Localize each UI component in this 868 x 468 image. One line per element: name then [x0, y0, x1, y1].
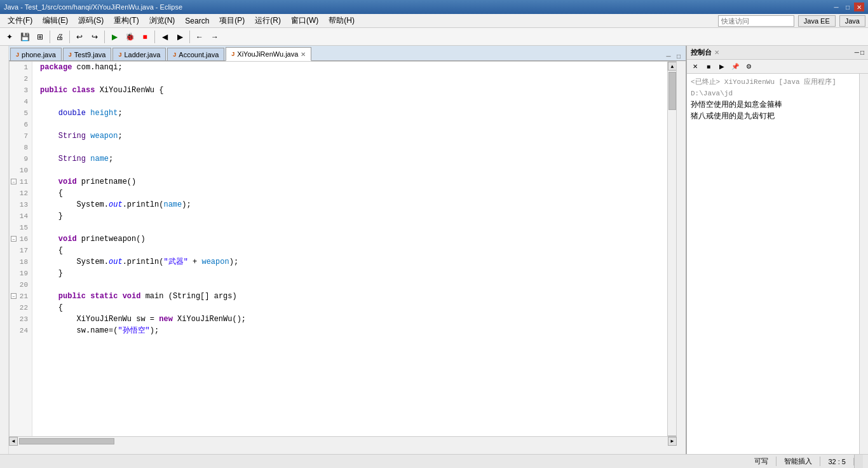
- tab-test9-java[interactable]: J Test9.java: [63, 48, 112, 60]
- menu-edit[interactable]: 编辑(E): [37, 14, 73, 27]
- line-num-4: 4: [10, 96, 32, 107]
- stop-button[interactable]: ■: [138, 30, 152, 44]
- code-line-21: public static void main (String[] args): [35, 291, 667, 302]
- line-num-21: 21–: [10, 291, 32, 302]
- prev-button[interactable]: ◀: [158, 30, 172, 44]
- scroll-up-arrow[interactable]: ▲: [668, 62, 677, 71]
- line-num-13: 13: [10, 199, 32, 210]
- back-button[interactable]: ←: [193, 30, 207, 44]
- print-button[interactable]: 🖨: [53, 30, 67, 44]
- maximize-editor-button[interactable]: □: [674, 52, 683, 60]
- console-relaunch-button[interactable]: ▶: [716, 61, 728, 72]
- tab-label: Ladder.java: [124, 51, 160, 59]
- toolbar-separator-5: [189, 31, 190, 43]
- tab-label: phone.java: [22, 51, 56, 59]
- window-title: Java - Test_1/src/com/hanqi/XiYouJiRenWu…: [4, 3, 182, 11]
- scroll-right-arrow[interactable]: ▶: [668, 437, 677, 446]
- menu-source[interactable]: 源码(S): [73, 14, 109, 27]
- menu-refactor[interactable]: 重构(T): [109, 14, 144, 27]
- undo-button[interactable]: ↩: [72, 30, 86, 44]
- line-num-16: 16–: [10, 233, 32, 245]
- status-writable: 可写: [747, 457, 776, 466]
- menu-browse[interactable]: 浏览(N): [144, 14, 180, 27]
- next-button[interactable]: ▶: [173, 30, 187, 44]
- console-scrollbar[interactable]: [859, 74, 868, 454]
- toolbar-separator-3: [104, 31, 105, 43]
- code-content[interactable]: package com.hanqi; public class XiYouJiR…: [32, 62, 667, 444]
- window-controls: ─ □ ✕: [831, 3, 864, 11]
- code-line-9: String name;: [35, 153, 667, 165]
- close-button[interactable]: ✕: [854, 3, 864, 11]
- status-cursor-position: 32 : 5: [820, 458, 854, 465]
- tab-ladder-java[interactable]: J Ladder.java: [112, 48, 166, 60]
- redo-button[interactable]: ↪: [88, 30, 102, 44]
- menu-help[interactable]: 帮助(H): [323, 14, 360, 27]
- tab-close-icon[interactable]: ✕: [301, 51, 306, 58]
- line-num-22: 22: [10, 302, 32, 313]
- maximize-button[interactable]: □: [843, 3, 853, 11]
- status-insert-mode: 智能插入: [776, 457, 820, 466]
- new-button[interactable]: ✦: [3, 30, 17, 44]
- tab-xiyou-java[interactable]: J XiYouJiRenWu.java ✕: [226, 47, 311, 61]
- scroll-thumb-v[interactable]: [668, 72, 676, 110]
- line-num-8: 8: [10, 142, 32, 153]
- java-ee-perspective-button[interactable]: Java EE: [798, 15, 836, 27]
- console-minimize[interactable]: ─: [855, 49, 859, 56]
- menu-run[interactable]: 运行(R): [250, 14, 286, 27]
- java-file-icon: J: [69, 52, 72, 58]
- quick-access-input[interactable]: [718, 15, 794, 27]
- code-line-5: double height;: [35, 107, 667, 119]
- menu-file[interactable]: 文件(F): [3, 14, 37, 27]
- code-line-23: XiYouJiRenWu sw = new XiYouJiRenWu();: [35, 313, 667, 325]
- line-num-17: 17: [10, 245, 32, 256]
- menu-window[interactable]: 窗口(W): [286, 14, 323, 27]
- console-settings-button[interactable]: ⚙: [743, 61, 754, 72]
- tab-label: Test9.java: [74, 51, 106, 59]
- forward-button[interactable]: →: [208, 30, 222, 44]
- java-perspective-button[interactable]: Java: [839, 15, 865, 27]
- line-num-24: 24: [10, 325, 32, 336]
- console-content: <已终止> XiYouJiRenWu [Java 应用程序] D:\Java\j…: [687, 74, 868, 454]
- code-line-3: public class XiYouJiRenWu {: [35, 85, 667, 96]
- code-line-6: [35, 119, 667, 130]
- code-line-16: void prinetweapon(): [35, 233, 667, 245]
- line-num-9: 9: [10, 153, 32, 165]
- scroll-thumb-h[interactable]: [19, 438, 114, 444]
- minimize-button[interactable]: ─: [831, 3, 841, 11]
- console-toolbar: ✕ ■ ▶ 📌 ⚙: [687, 60, 868, 74]
- tab-phone-java[interactable]: J phone.java: [10, 48, 62, 60]
- console-maximize[interactable]: □: [860, 49, 864, 56]
- line-num-15: 15: [10, 222, 32, 233]
- code-line-12: {: [35, 188, 667, 199]
- status-bar: 可写 智能插入 32 : 5: [0, 454, 868, 468]
- debug-button[interactable]: 🐞: [123, 30, 137, 44]
- console-header: 控制台 ✕ ─ □: [687, 46, 868, 60]
- save-button[interactable]: 💾: [18, 30, 32, 44]
- console-terminate-button[interactable]: ■: [703, 61, 714, 72]
- status-resize-handle[interactable]: [854, 455, 863, 469]
- console-close-icon: ✕: [714, 49, 719, 56]
- line-num-12: 12: [10, 188, 32, 199]
- save-all-button[interactable]: ⊞: [33, 30, 47, 44]
- run-button[interactable]: ▶: [107, 30, 121, 44]
- code-line-15: [35, 222, 667, 233]
- console-output-1: 孙悟空使用的是如意金箍棒: [691, 99, 864, 111]
- editor-scrollbar-h[interactable]: ◀ ▶: [9, 436, 677, 445]
- line-num-1: 1: [10, 62, 32, 73]
- scroll-left-arrow[interactable]: ◀: [9, 437, 18, 446]
- menu-project[interactable]: 项目(P): [214, 14, 250, 27]
- console-clear-button[interactable]: ✕: [689, 61, 701, 72]
- line-num-19: 19: [10, 268, 32, 279]
- editor-scrollbar-v[interactable]: ▲ ▼: [667, 62, 676, 444]
- menu-search[interactable]: Search: [180, 15, 214, 27]
- minimize-editor-button[interactable]: ─: [664, 52, 673, 60]
- toolbar-separator-1: [50, 31, 50, 43]
- line-num-7: 7: [10, 130, 32, 142]
- console-pin-button[interactable]: 📌: [729, 61, 741, 72]
- tab-label: XiYouJiRenWu.java: [237, 50, 298, 58]
- tab-account-java[interactable]: J Account.java: [167, 48, 224, 60]
- line-num-10: 10: [10, 165, 32, 176]
- code-line-2: [35, 73, 667, 85]
- left-strip: [0, 46, 9, 454]
- console-title: 控制台: [691, 48, 712, 57]
